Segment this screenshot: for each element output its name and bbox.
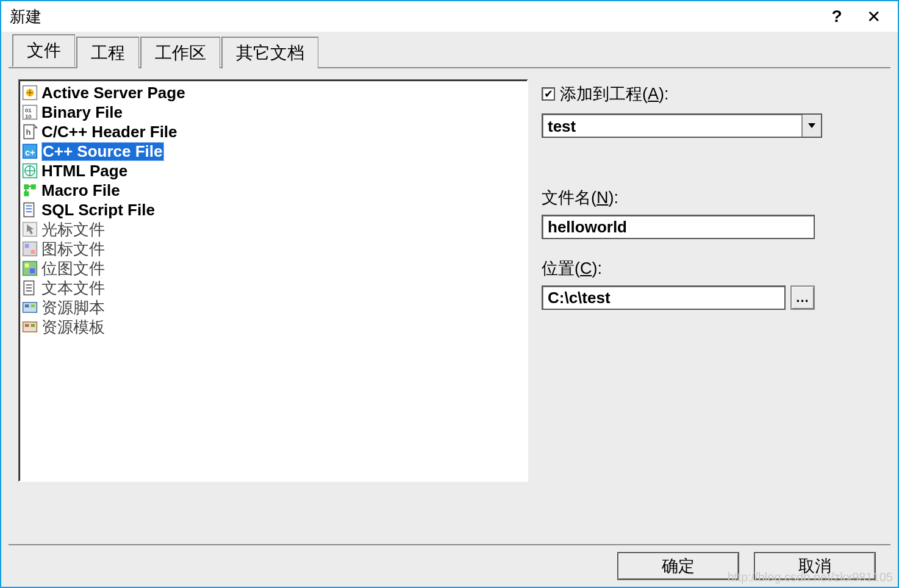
file-type-label: C/C++ Header File: [41, 123, 177, 142]
client-area: 文件工程工作区其它文档 Active Server Page0110Binary…: [1, 32, 898, 587]
sql-icon: [22, 202, 38, 218]
titlebar: 新建 ? ✕: [1, 1, 898, 32]
file-type-label: 光标文件: [41, 219, 105, 240]
check-icon: ✔: [544, 88, 553, 99]
window-title: 新建: [7, 6, 41, 27]
cpp-icon: c+: [22, 143, 38, 159]
text-icon: [22, 280, 38, 296]
svg-rect-21: [31, 250, 35, 254]
file-type-item[interactable]: HTML Page: [21, 161, 526, 181]
file-type-item[interactable]: 文本文件: [21, 278, 526, 298]
svg-rect-33: [25, 324, 29, 327]
close-button[interactable]: ✕: [855, 7, 892, 27]
html-icon: [22, 163, 38, 179]
file-type-item[interactable]: SQL Script File: [21, 200, 526, 220]
filename-label: 文件名(N):: [542, 188, 618, 207]
file-type-item[interactable]: 光标文件: [21, 220, 526, 239]
file-type-list[interactable]: Active Server Page0110Binary FilehC/C++ …: [18, 79, 528, 482]
project-combo-dropdown-button[interactable]: [801, 115, 821, 137]
tab-panel-files: Active Server Page0110Binary FilehC/C++ …: [9, 67, 890, 544]
add-to-project-checkbox[interactable]: ✔: [542, 87, 555, 101]
location-input-row: ...: [542, 285, 881, 310]
add-to-project-label: 添加到工程(A):: [560, 83, 669, 105]
file-type-label: HTML Page: [41, 162, 127, 181]
filename-input-row: [542, 215, 881, 239]
file-type-label: 图标文件: [41, 238, 105, 260]
svg-rect-13: [24, 192, 29, 196]
file-type-label: 位图文件: [41, 258, 105, 279]
add-to-project-row: ✔ 添加到工程(A):: [542, 83, 881, 105]
svg-rect-11: [24, 184, 29, 189]
svg-rect-14: [24, 203, 34, 217]
location-input[interactable]: [542, 285, 786, 310]
svg-text:c+: c+: [25, 148, 35, 157]
icon-icon: [22, 241, 38, 257]
file-type-label: Macro File: [41, 181, 120, 200]
file-type-item[interactable]: Active Server Page: [21, 83, 526, 102]
header-icon: h: [22, 124, 38, 140]
svg-text:10: 10: [25, 113, 32, 120]
project-combo[interactable]: test: [542, 113, 822, 138]
ok-button[interactable]: 确定: [617, 552, 739, 580]
filename-input[interactable]: [542, 215, 815, 239]
cursor-icon: [22, 221, 38, 237]
file-type-item[interactable]: 位图文件: [21, 259, 526, 278]
svg-rect-34: [31, 324, 35, 327]
help-button[interactable]: ?: [818, 7, 855, 26]
tab-2[interactable]: 工作区: [140, 37, 220, 68]
tab-3[interactable]: 其它文档: [221, 37, 318, 68]
file-type-label: Binary File: [41, 103, 123, 122]
file-type-item[interactable]: c+C++ Source File: [21, 142, 526, 161]
project-combo-row: test: [542, 113, 881, 138]
svg-rect-12: [31, 184, 36, 189]
file-type-label: 文本文件: [41, 278, 105, 299]
tab-0[interactable]: 文件: [12, 34, 75, 67]
file-type-item[interactable]: hC/C++ Header File: [21, 122, 526, 142]
svg-rect-31: [31, 304, 35, 307]
tabstrip: 文件工程工作区其它文档: [12, 39, 890, 67]
svg-rect-20: [25, 244, 29, 248]
file-type-item[interactable]: 资源脚本: [21, 298, 526, 317]
file-type-item[interactable]: Macro File: [21, 181, 526, 200]
tab-1[interactable]: 工程: [76, 37, 139, 68]
file-type-item[interactable]: 资源模板: [21, 317, 526, 337]
location-label: 位置(C):: [542, 259, 602, 278]
file-type-label: 资源脚本: [41, 297, 105, 318]
svg-text:h: h: [26, 127, 31, 137]
binary-icon: 0110: [22, 104, 38, 120]
browse-button[interactable]: ...: [790, 285, 815, 310]
file-type-label: 资源模板: [41, 317, 105, 338]
resscript-icon: [22, 299, 38, 315]
svg-rect-30: [25, 304, 29, 307]
chevron-down-icon: [808, 123, 815, 128]
file-type-item[interactable]: 图标文件: [21, 239, 526, 259]
filename-label-row: 文件名(N):: [542, 187, 881, 209]
bitmap-icon: [22, 260, 38, 276]
file-type-label: SQL Script File: [41, 201, 155, 220]
location-label-row: 位置(C):: [542, 257, 881, 279]
restmpl-icon: [22, 319, 38, 335]
svg-rect-24: [30, 268, 35, 273]
form-area: ✔ 添加到工程(A): test: [542, 79, 881, 534]
dialog-button-bar: 确定 取消: [9, 544, 890, 587]
new-dialog: 新建 ? ✕ 文件工程工作区其它文档 Active Server Page011…: [0, 0, 899, 588]
file-type-label: C++ Source File: [41, 142, 164, 161]
svg-marker-35: [808, 123, 815, 128]
asp-icon: [22, 85, 38, 101]
file-type-item[interactable]: 0110Binary File: [21, 102, 526, 122]
project-combo-value: test: [543, 115, 801, 137]
file-type-label: Active Server Page: [41, 84, 185, 102]
svg-rect-23: [25, 264, 29, 268]
macro-icon: [22, 182, 38, 198]
cancel-button[interactable]: 取消: [754, 552, 876, 580]
